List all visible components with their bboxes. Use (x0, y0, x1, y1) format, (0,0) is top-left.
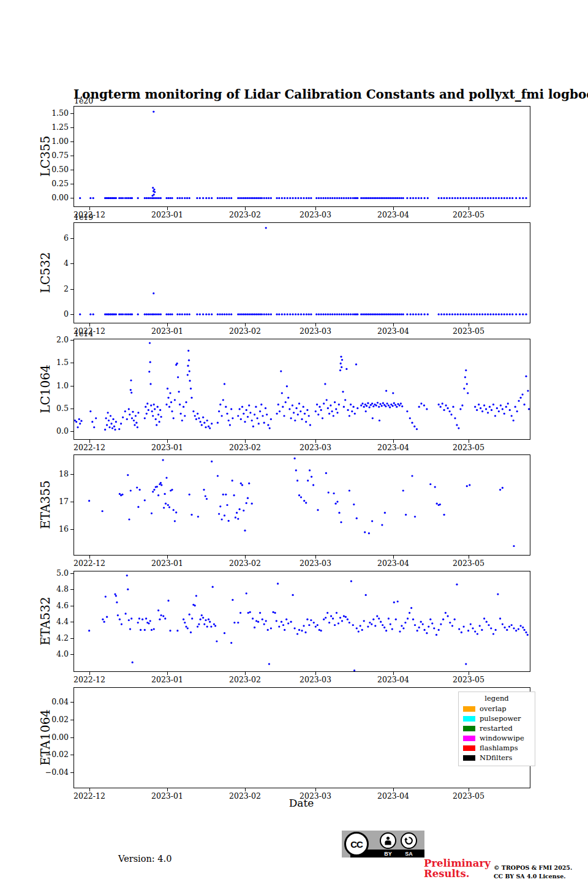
x-tick-label: 2023-05 (447, 443, 490, 452)
x-tick-label: 2023-01 (146, 676, 189, 684)
y-tick (70, 127, 74, 128)
y-tick (70, 431, 74, 432)
x-tick-label: 2022-12 (68, 559, 111, 568)
y-axis-label-LC355: LC355 (38, 135, 53, 176)
version-text: Version: 4.0 (118, 854, 172, 864)
y-tick-label: 0.00 (36, 194, 69, 202)
legend-label: restarted (480, 724, 513, 733)
axis-offset-label: 1e20 (74, 96, 93, 105)
y-tick (70, 141, 74, 142)
axis-offset-label: 1e19 (74, 213, 93, 222)
y-tick (70, 654, 74, 655)
subplot-LC532 (74, 222, 530, 323)
y-tick-label: 6 (36, 234, 69, 243)
legend-swatch-restarted (463, 726, 475, 731)
x-tick-label: 2023-01 (146, 327, 189, 336)
subplot-ETA355 (74, 454, 530, 556)
y-axis-label-ETA1064: ETA1064 (38, 709, 53, 765)
y-tick-label: 0.0 (36, 427, 69, 435)
preliminary-line1: Preliminary (424, 858, 491, 869)
cc-by-person-icon (380, 832, 396, 849)
y-tick-label: 4.8 (36, 585, 69, 594)
legend-label: windowwipe (480, 734, 524, 742)
cc-icon-text: CC (350, 839, 363, 850)
x-tick-label: 2023-05 (447, 211, 490, 219)
legend-swatch-windowwipe (463, 736, 475, 741)
x-tick-label: 2023-02 (224, 443, 266, 452)
y-axis-label-ETA532: ETA532 (38, 597, 53, 645)
subplot-ETA532 (74, 571, 530, 672)
x-tick-label: 2023-04 (372, 327, 415, 336)
y-tick (70, 156, 74, 156)
x-tick-label: 2023-02 (224, 211, 266, 219)
x-tick-label: 2023-01 (146, 443, 189, 452)
x-tick-label: 2023-01 (146, 211, 189, 219)
x-tick-label: 2023-03 (294, 211, 337, 219)
legend-swatch-NDfilters (463, 755, 475, 761)
legend-entry-overlap: overlap (463, 704, 530, 714)
legend-swatch-overlap (463, 706, 475, 712)
y-tick (70, 238, 74, 239)
y-tick (70, 502, 74, 502)
scatter-points-ETA355 (74, 455, 530, 555)
y-tick (70, 170, 74, 170)
scatter-points-LC1064 (74, 339, 530, 439)
y-tick (70, 340, 74, 341)
x-tick-label: 2023-03 (294, 559, 337, 568)
axis-offset-label: 1e14 (74, 329, 93, 338)
legend-entry-flashlamps: flashlamps (463, 743, 530, 753)
x-tick-label: 2023-03 (294, 443, 337, 452)
cc-by-label: BY (380, 851, 396, 857)
y-tick (70, 737, 74, 738)
copyright-line2: CC BY SA 4.0 License. (494, 872, 572, 881)
x-tick-label: 2023-02 (224, 676, 266, 684)
y-tick-label: 0.04 (36, 698, 69, 706)
copyright-text: © TROPOS & FMI 2025. CC BY SA 4.0 Licens… (494, 864, 572, 881)
legend-label: NDfilters (480, 753, 512, 762)
x-tick-label: 2023-03 (294, 327, 337, 336)
x-axis-label: Date (74, 797, 529, 809)
y-tick-label: 18 (36, 470, 69, 478)
y-tick (70, 474, 74, 475)
y-tick-label: 0 (36, 310, 69, 318)
legend-label: overlap (480, 704, 507, 713)
x-tick-label: 2023-04 (372, 211, 415, 219)
y-tick (70, 529, 74, 530)
legend-entry-windowwipe: windowwipe (463, 733, 530, 743)
x-tick-label: 2023-04 (372, 559, 415, 568)
x-tick-label: 2023-05 (447, 327, 490, 336)
y-tick (70, 113, 74, 114)
figure: Longterm monitoring of Lidar Calibration… (0, 0, 588, 882)
legend-label: pulsepower (480, 714, 521, 723)
cc-license-badge: BY SA CC (342, 831, 424, 858)
subplot-LC1064 (74, 339, 530, 440)
y-tick (70, 702, 74, 703)
x-tick-label: 2023-05 (447, 676, 490, 684)
y-axis-label-ETA355: ETA355 (38, 480, 53, 529)
y-tick (70, 363, 74, 363)
y-tick (70, 772, 74, 773)
scatter-points-LC532 (74, 223, 530, 323)
page-title: Longterm monitoring of Lidar Calibration… (74, 87, 529, 102)
cc-sa-label: SA (401, 851, 417, 857)
legend-swatch-pulsepower (463, 716, 475, 722)
y-tick (70, 622, 74, 622)
y-tick (70, 386, 74, 386)
y-tick-label: −0.04 (36, 768, 69, 777)
x-tick-label: 2023-04 (372, 676, 415, 684)
legend-swatch-flashlamps (463, 745, 475, 751)
y-tick-label: 4.0 (36, 650, 69, 658)
scatter-points-ETA532 (74, 571, 530, 671)
y-tick (70, 606, 74, 606)
y-axis-label-LC1064: LC1064 (38, 364, 53, 413)
x-tick-label: 2022-12 (68, 443, 111, 452)
x-tick-label: 2023-02 (224, 327, 266, 336)
x-tick-label: 2023-01 (146, 559, 189, 568)
legend-label: flashlamps (480, 744, 518, 752)
subplot-LC355 (74, 106, 530, 207)
subplot-ETA1064: legendoverlappulsepowerrestartedwindowwi… (74, 687, 530, 788)
y-tick (70, 755, 74, 755)
y-tick (70, 314, 74, 315)
y-tick-label: 1.50 (36, 109, 69, 118)
x-tick-label: 2023-04 (372, 443, 415, 452)
